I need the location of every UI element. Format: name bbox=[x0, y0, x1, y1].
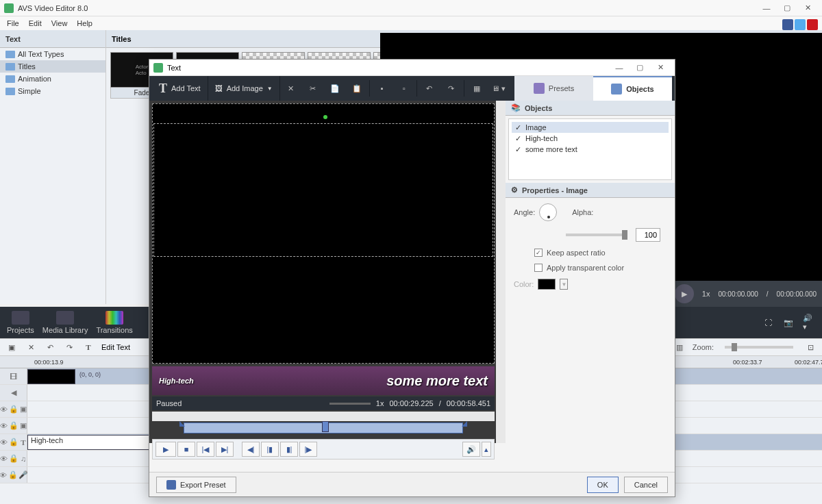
maximize-button[interactable]: ▢ bbox=[777, 1, 797, 15]
twitter-icon[interactable] bbox=[795, 19, 806, 30]
text-banner[interactable]: High-tech some more text bbox=[152, 366, 495, 395]
object-item-moretext[interactable]: ✓some more text bbox=[512, 144, 669, 155]
speed-slider[interactable] bbox=[329, 403, 371, 405]
ok-button[interactable]: OK bbox=[587, 477, 619, 493]
tab-objects[interactable]: Objects bbox=[593, 76, 672, 101]
zoom-slider[interactable] bbox=[725, 346, 793, 349]
tree-all-text-types[interactable]: All Text Types bbox=[0, 48, 105, 60]
send-back-button[interactable]: ▫ bbox=[393, 76, 415, 101]
export-icon bbox=[166, 480, 176, 490]
track-header[interactable]: ◀ bbox=[0, 385, 27, 401]
tree-animation[interactable]: Animation bbox=[0, 73, 105, 85]
keep-ratio-label: Keep aspect ratio bbox=[547, 249, 606, 257]
overlay-track-header[interactable]: 👁🔒▣ bbox=[0, 401, 27, 417]
audio-track-header[interactable]: 👁🔒♫ bbox=[0, 451, 27, 466]
cancel-button[interactable]: Cancel bbox=[624, 477, 668, 493]
dialog-maximize-button[interactable]: ▢ bbox=[630, 60, 650, 75]
text-tool-icon[interactable]: T bbox=[82, 341, 95, 353]
nav-media-library[interactable]: Media Library bbox=[42, 311, 88, 334]
paste-button[interactable]: 📋 bbox=[346, 76, 368, 101]
snapshot-icon[interactable]: 📷 bbox=[782, 316, 795, 329]
expand-icon[interactable]: ⛶ bbox=[762, 316, 774, 329]
trim-bar[interactable] bbox=[152, 423, 495, 439]
copy-button[interactable]: 📄 bbox=[324, 76, 346, 101]
fx-track-header[interactable]: 👁🔒▣ bbox=[0, 418, 27, 433]
objects-list: ✓Image ✓High-tech ✓some more text bbox=[508, 118, 672, 180]
folder-icon bbox=[5, 75, 15, 83]
menu-edit[interactable]: Edit bbox=[25, 18, 46, 29]
menu-view[interactable]: View bbox=[47, 18, 72, 29]
objects-icon bbox=[611, 84, 622, 94]
redo-icon[interactable]: ↷ bbox=[63, 341, 75, 353]
volume-icon[interactable]: 🔊 ▾ bbox=[803, 316, 815, 329]
alpha-input[interactable] bbox=[636, 228, 660, 242]
scrollbar[interactable] bbox=[496, 101, 506, 443]
rotation-handle[interactable] bbox=[323, 115, 327, 119]
delete-button[interactable]: ✕ bbox=[280, 76, 302, 101]
cut-button[interactable]: ✂ bbox=[302, 76, 324, 101]
selection-box[interactable] bbox=[153, 123, 493, 257]
cut-icon[interactable]: ▣ bbox=[5, 341, 18, 353]
mark-in-button[interactable]: ◀| bbox=[242, 442, 260, 457]
add-text-button[interactable]: TAdd Text bbox=[152, 76, 208, 101]
stop-button[interactable]: ■ bbox=[177, 442, 195, 457]
time-total: 00:00:00.000 bbox=[777, 290, 817, 298]
trim-out-handle[interactable] bbox=[462, 421, 467, 427]
bring-front-button[interactable]: ▪ bbox=[371, 76, 393, 101]
check-icon: ✓ bbox=[514, 146, 521, 153]
tree-titles[interactable]: Titles bbox=[0, 60, 105, 73]
dialog-close-button[interactable]: ✕ bbox=[650, 60, 671, 75]
gear-icon: ⚙ bbox=[511, 186, 518, 194]
add-image-button[interactable]: 🖼Add Image▼ bbox=[208, 76, 280, 101]
object-item-hightech[interactable]: ✓High-tech bbox=[512, 133, 669, 144]
text-track-header[interactable]: 👁🔒T bbox=[0, 434, 27, 450]
youtube-icon[interactable] bbox=[807, 19, 818, 30]
text-dialog: Text — ▢ ✕ TAdd Text 🖼Add Image▼ ✕ ✂ 📄 📋… bbox=[149, 59, 675, 497]
screen-button[interactable]: 🖥 ▾ bbox=[488, 76, 510, 101]
edit-text-label[interactable]: Edit Text bbox=[101, 343, 130, 351]
nav-projects[interactable]: Projects bbox=[7, 311, 34, 334]
undo-icon[interactable]: ↶ bbox=[44, 341, 56, 353]
dialog-minimize-button[interactable]: — bbox=[609, 60, 630, 75]
menu-help[interactable]: Help bbox=[73, 18, 97, 29]
redo-button[interactable]: ↷ bbox=[440, 76, 462, 101]
facebook-icon[interactable] bbox=[782, 19, 793, 30]
undo-button[interactable]: ↶ bbox=[419, 76, 440, 101]
tree-simple[interactable]: Simple bbox=[0, 85, 105, 97]
transparent-color-checkbox[interactable] bbox=[534, 264, 543, 272]
transparent-color-label: Apply transparent color bbox=[547, 264, 624, 272]
mark-out-button[interactable]: |▶ bbox=[299, 442, 317, 457]
angle-dial[interactable] bbox=[539, 203, 557, 221]
play-button[interactable]: ▶ bbox=[155, 442, 176, 457]
step-back-button[interactable]: |▮ bbox=[261, 442, 279, 457]
video-clip[interactable] bbox=[27, 369, 75, 384]
tab-presets[interactable]: Presets bbox=[514, 76, 593, 101]
trim-in-handle[interactable] bbox=[179, 421, 185, 427]
minimize-button[interactable]: — bbox=[756, 1, 777, 15]
color-dropdown[interactable]: ▼ bbox=[560, 279, 568, 290]
text-canvas[interactable] bbox=[152, 103, 495, 364]
keep-ratio-checkbox[interactable]: ✓ bbox=[534, 249, 543, 257]
color-label: Color: bbox=[514, 280, 534, 288]
export-preset-button[interactable]: Export Preset bbox=[156, 477, 236, 493]
menu-file[interactable]: File bbox=[3, 18, 23, 29]
close-button[interactable]: ✕ bbox=[797, 1, 818, 15]
grid-button[interactable]: ▦ bbox=[466, 76, 488, 101]
playhead[interactable] bbox=[322, 421, 329, 432]
scrub-scrollbar[interactable] bbox=[152, 412, 495, 421]
step-fwd-button[interactable]: ▮| bbox=[280, 442, 298, 457]
object-item-image[interactable]: ✓Image bbox=[512, 122, 669, 133]
filmstrip-icon bbox=[56, 311, 74, 325]
fit-icon[interactable]: ⊡ bbox=[804, 341, 817, 353]
next-frame-button[interactable]: ▶| bbox=[216, 442, 234, 457]
play-button[interactable]: ▶ bbox=[675, 284, 694, 303]
nav-transitions[interactable]: Transitions bbox=[96, 311, 132, 334]
delete-icon[interactable]: ✕ bbox=[25, 341, 37, 353]
volume-dropdown[interactable]: ▴ bbox=[482, 442, 491, 457]
alpha-slider[interactable] bbox=[566, 234, 627, 236]
prev-frame-button[interactable]: |◀ bbox=[197, 442, 214, 457]
color-swatch[interactable] bbox=[538, 279, 556, 290]
video-track-header[interactable]: 🎞 bbox=[0, 368, 27, 384]
voice-track-header[interactable]: 👁🔒🎤 bbox=[0, 467, 27, 483]
volume-button[interactable]: 🔊 bbox=[462, 442, 480, 457]
